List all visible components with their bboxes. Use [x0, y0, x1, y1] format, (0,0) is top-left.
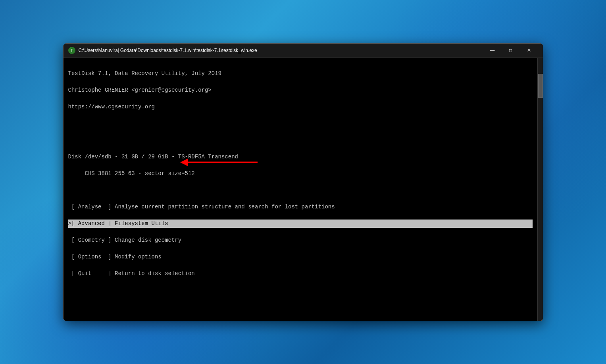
maximize-button[interactable]: □ — [502, 44, 520, 57]
terminal-line-5 — [68, 136, 533, 144]
terminal-line-4 — [68, 119, 533, 128]
terminal-spacer — [68, 186, 533, 195]
title-bar: T C:\Users\Manuviraj Godara\Downloads\te… — [63, 44, 543, 58]
content-area: TestDisk 7.1, Data Recovery Utility, Jul… — [63, 58, 543, 321]
menu-analyse[interactable]: [ Analyse ] Analyse current partition st… — [68, 203, 533, 211]
minimize-button[interactable]: — — [483, 44, 502, 57]
menu-quit[interactable]: [ Quit ] Return to disk selection — [68, 270, 533, 278]
scrollbar-thumb[interactable] — [538, 74, 543, 98]
terminal-line-3: https://www.cgsecurity.org — [68, 103, 533, 111]
close-button[interactable]: ✕ — [520, 44, 538, 57]
menu-geometry[interactable]: [ Geometry ] Change disk geometry — [68, 236, 533, 245]
app-icon: T — [68, 47, 75, 54]
spacer-1 — [68, 286, 533, 295]
menu-options[interactable]: [ Options ] Modify options — [68, 253, 533, 261]
spacer-3 — [68, 320, 533, 321]
menu-advanced[interactable]: >[ Advanced ] Filesystem Utils — [68, 220, 533, 228]
vertical-scrollbar[interactable] — [537, 58, 543, 321]
window-controls: — □ ✕ — [483, 44, 538, 57]
svg-text:T: T — [70, 48, 73, 53]
disk-info-1: Disk /dev/sdb - 31 GB / 29 GiB - TS-RDF5… — [68, 153, 533, 161]
window-title: C:\Users\Manuviraj Godara\Downloads\test… — [79, 48, 483, 53]
terminal-line-2: Christophe GRENIER <grenier@cgsecurity.o… — [68, 86, 533, 94]
terminal-window: T C:\Users\Manuviraj Godara\Downloads\te… — [63, 43, 543, 321]
disk-info-2: CHS 3881 255 63 - sector size=512 — [68, 169, 533, 178]
terminal-output[interactable]: TestDisk 7.1, Data Recovery Utility, Jul… — [63, 58, 537, 321]
terminal-line-1: TestDisk 7.1, Data Recovery Utility, Jul… — [68, 69, 533, 78]
spacer-2 — [68, 303, 533, 311]
